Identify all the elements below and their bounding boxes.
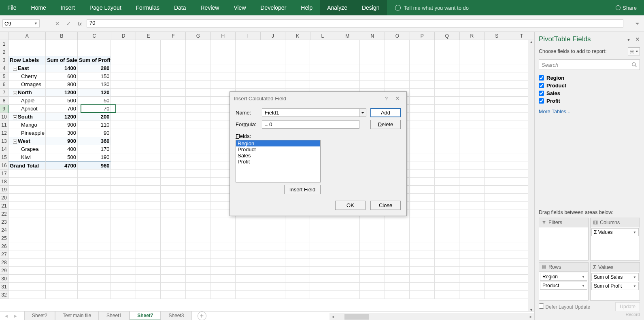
pane-options-icon[interactable]: ▾ xyxy=(624,37,633,42)
column-header[interactable]: F xyxy=(161,32,186,40)
new-sheet-button[interactable]: + xyxy=(198,312,206,320)
cell[interactable] xyxy=(435,186,460,194)
cell[interactable] xyxy=(136,283,161,291)
row-header[interactable]: 1 xyxy=(0,40,9,48)
cell[interactable] xyxy=(136,64,161,72)
cell[interactable]: 1200 xyxy=(46,113,78,121)
more-tables-link[interactable]: More Tables... xyxy=(539,109,640,114)
cell[interactable]: −East xyxy=(9,64,46,72)
ribbon-tab-review[interactable]: Review xyxy=(193,0,227,15)
cell[interactable] xyxy=(161,242,186,250)
cell[interactable] xyxy=(161,97,186,105)
cell[interactable] xyxy=(385,64,410,72)
row-header[interactable]: 6 xyxy=(0,81,9,89)
ribbon-tab-analyze[interactable]: Analyze xyxy=(320,0,355,15)
sheet-tab-sheet3[interactable]: Sheet3 xyxy=(161,312,191,320)
cell[interactable] xyxy=(136,250,161,259)
cell[interactable] xyxy=(236,250,261,259)
field-checkbox-profit[interactable]: Profit xyxy=(539,97,640,105)
cell[interactable] xyxy=(9,170,46,178)
cell[interactable] xyxy=(210,81,236,89)
column-header[interactable]: O xyxy=(385,32,410,40)
collapse-icon[interactable]: − xyxy=(13,140,17,144)
cell[interactable] xyxy=(46,283,78,291)
cell[interactable] xyxy=(236,275,261,283)
column-header[interactable]: J xyxy=(261,32,285,40)
cell[interactable] xyxy=(111,259,136,267)
cell[interactable] xyxy=(285,72,310,81)
cell[interactable] xyxy=(161,121,186,129)
column-header[interactable]: N xyxy=(360,32,385,40)
cell[interactable] xyxy=(260,56,285,64)
cell[interactable]: 90 xyxy=(78,129,111,137)
cell[interactable] xyxy=(485,186,510,194)
cell[interactable] xyxy=(78,226,111,234)
ribbon-tab-view[interactable]: View xyxy=(226,0,253,15)
cell[interactable]: 70 xyxy=(78,105,111,113)
cell[interactable] xyxy=(360,275,385,283)
cell[interactable]: 900 xyxy=(46,137,78,145)
cell[interactable] xyxy=(435,129,460,137)
tell-me-search[interactable]: Tell me what you want to do xyxy=(387,5,469,11)
fields-listbox[interactable]: RegionProductSalesProfit xyxy=(236,140,321,182)
name-box-dropdown-icon[interactable]: ▼ xyxy=(34,21,38,25)
cell[interactable] xyxy=(410,40,435,48)
cell[interactable] xyxy=(260,283,285,291)
row-header[interactable]: 31 xyxy=(0,283,9,291)
cell[interactable] xyxy=(161,145,186,153)
cell[interactable] xyxy=(459,242,485,250)
row-header[interactable]: 17 xyxy=(0,170,9,178)
expand-formula-bar-icon[interactable]: ⏷ xyxy=(633,21,642,27)
cell[interactable] xyxy=(186,178,211,186)
cell[interactable] xyxy=(435,64,460,72)
cell[interactable] xyxy=(360,40,385,48)
cell[interactable] xyxy=(310,48,335,56)
cell[interactable] xyxy=(78,267,111,275)
cell[interactable] xyxy=(459,113,485,121)
ok-button[interactable]: OK xyxy=(335,201,366,210)
cell[interactable] xyxy=(459,81,485,89)
cell[interactable] xyxy=(310,259,335,267)
chevron-down-icon[interactable]: ▼ xyxy=(633,275,636,279)
select-all-corner[interactable] xyxy=(0,32,9,40)
cell[interactable] xyxy=(410,283,435,291)
cell[interactable] xyxy=(485,105,510,113)
cell[interactable] xyxy=(136,113,161,121)
cell[interactable]: 110 xyxy=(78,121,111,129)
cell[interactable] xyxy=(410,210,435,218)
cell[interactable] xyxy=(410,56,435,64)
row-header[interactable]: 16 xyxy=(0,161,9,170)
cell[interactable] xyxy=(161,137,186,145)
cell[interactable] xyxy=(485,153,510,161)
cell[interactable] xyxy=(161,267,186,275)
sheet-tab-sheet1[interactable]: Sheet1 xyxy=(99,312,130,320)
column-header[interactable]: Q xyxy=(435,32,459,40)
cell[interactable] xyxy=(161,178,186,186)
cell[interactable] xyxy=(335,48,360,56)
cell[interactable] xyxy=(385,56,410,64)
cell[interactable] xyxy=(485,113,510,121)
column-header[interactable]: K xyxy=(285,32,310,40)
cell[interactable] xyxy=(161,105,186,113)
cell[interactable] xyxy=(186,129,211,137)
cell[interactable] xyxy=(410,72,435,81)
cell[interactable] xyxy=(410,218,435,226)
cell[interactable] xyxy=(236,72,261,81)
cell[interactable]: 960 xyxy=(78,161,111,170)
cell[interactable] xyxy=(435,218,460,226)
chevron-down-icon[interactable]: ▼ xyxy=(633,284,636,288)
row-header[interactable]: 20 xyxy=(0,194,9,202)
cell[interactable]: 900 xyxy=(46,121,78,129)
cell[interactable] xyxy=(186,291,211,299)
cell[interactable] xyxy=(285,234,310,242)
cell[interactable] xyxy=(186,97,211,105)
cell[interactable] xyxy=(78,234,111,242)
cell[interactable] xyxy=(410,121,435,129)
cell[interactable] xyxy=(46,210,78,218)
cell[interactable] xyxy=(186,170,211,178)
cell[interactable] xyxy=(260,218,285,226)
row-header[interactable]: 7 xyxy=(0,89,9,97)
cell[interactable]: Pineapple xyxy=(9,129,46,137)
cell[interactable] xyxy=(9,194,46,202)
cell[interactable] xyxy=(111,194,136,202)
